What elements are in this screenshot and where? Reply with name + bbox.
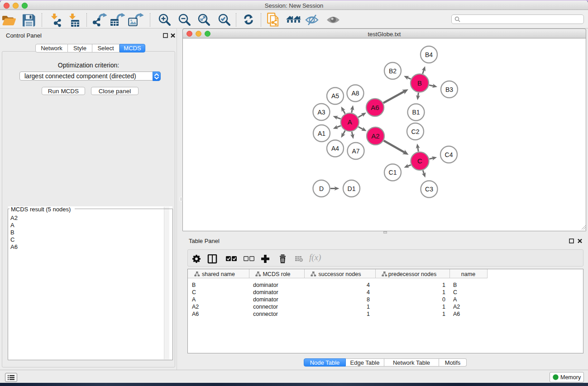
svg-text:A2: A2 [371, 132, 379, 140]
svg-text:C3: C3 [425, 186, 433, 193]
svg-text:D1: D1 [348, 185, 356, 192]
svg-text:C4: C4 [445, 151, 453, 158]
svg-text:B4: B4 [425, 51, 433, 58]
svg-text:A: A [348, 118, 352, 126]
svg-text:C: C [417, 157, 422, 165]
svg-text:A8: A8 [351, 90, 359, 97]
svg-text:A5: A5 [331, 92, 339, 100]
svg-text:A7: A7 [352, 148, 359, 155]
svg-text:C1: C1 [389, 169, 397, 176]
svg-text:B: B [417, 79, 422, 87]
svg-text:B1: B1 [412, 109, 420, 116]
svg-text:C2: C2 [411, 128, 420, 135]
svg-text:A1: A1 [318, 130, 325, 137]
svg-text:B3: B3 [445, 86, 453, 93]
svg-text:A3: A3 [317, 109, 325, 116]
svg-text:D: D [319, 185, 324, 192]
svg-text:A6: A6 [371, 104, 379, 111]
svg-text:A4: A4 [331, 145, 339, 152]
svg-text:B2: B2 [389, 67, 397, 75]
